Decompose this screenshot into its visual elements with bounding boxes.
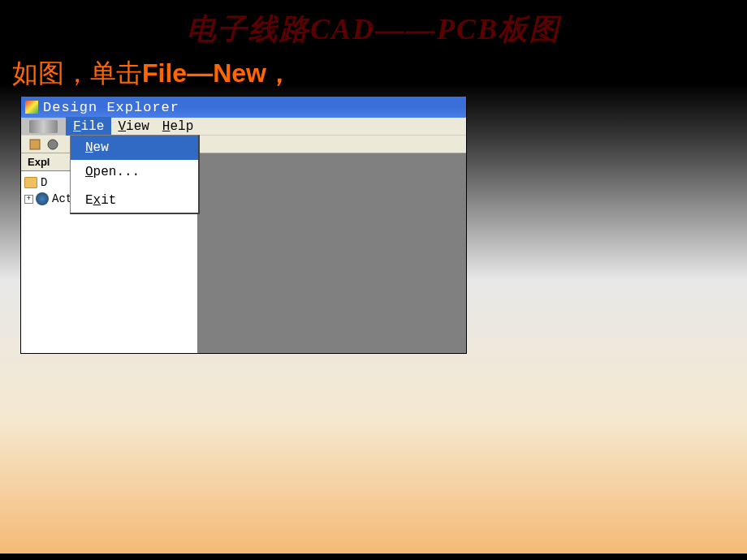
globe-icon xyxy=(36,192,49,205)
dropdown-open-rest: pen... xyxy=(93,165,140,179)
menu-file[interactable]: File xyxy=(66,117,111,136)
menu-view-rest: iew xyxy=(126,119,149,134)
app-window: Design Explorer File View Help New xyxy=(20,96,467,354)
dropdown-new-rest: ew xyxy=(93,140,109,155)
app-icon xyxy=(25,101,38,114)
svg-point-1 xyxy=(48,140,58,149)
instruction-bold: File—New， xyxy=(142,58,292,88)
folder-icon xyxy=(24,177,37,188)
bottom-border xyxy=(0,554,747,560)
dropdown-separator xyxy=(72,186,196,187)
window-title: Design Explorer xyxy=(43,100,179,115)
explorer-tab-label[interactable]: Expl xyxy=(21,156,50,168)
dropdown-open-accel: O xyxy=(85,165,93,179)
menubar: File View Help xyxy=(66,118,200,135)
menu-help-rest: elp xyxy=(170,119,193,134)
dropdown-exit[interactable]: Exit xyxy=(71,188,198,213)
dropdown-open[interactable]: Open... xyxy=(71,160,198,184)
content-area xyxy=(198,153,466,353)
menu-file-rest: ile xyxy=(81,119,105,134)
dropdown-new-accel: N xyxy=(85,140,93,155)
menubar-row: File View Help xyxy=(21,118,466,136)
file-dropdown: New Open... Exit xyxy=(70,135,200,214)
titlebar: Design Explorer xyxy=(21,97,466,118)
logo-icon xyxy=(29,120,58,133)
slide-title: 电子线路CAD——PCB板图 xyxy=(0,0,747,50)
tree-expand-icon[interactable]: + xyxy=(24,195,33,204)
dropdown-exit-pre: E xyxy=(85,193,93,208)
menu-file-accel: F xyxy=(73,119,81,134)
dropdown-exit-accel: x xyxy=(93,193,101,208)
svg-rect-0 xyxy=(30,140,40,149)
toolbar-icon-2[interactable] xyxy=(45,137,60,152)
menu-view[interactable]: View xyxy=(111,118,155,136)
menu-help-accel: H xyxy=(162,119,171,134)
dropdown-new[interactable]: New xyxy=(71,136,198,160)
menu-help[interactable]: Help xyxy=(156,118,200,136)
menu-view-accel: V xyxy=(118,119,126,134)
instruction-text: 如图，单击File—New， xyxy=(0,56,747,92)
dropdown-exit-post: it xyxy=(101,193,116,208)
logo-area xyxy=(21,118,66,135)
instruction-prefix: 如图，单击 xyxy=(12,58,142,88)
toolbar-icon-1[interactable] xyxy=(28,137,42,152)
tree-item-desktop-label: D xyxy=(41,176,47,189)
